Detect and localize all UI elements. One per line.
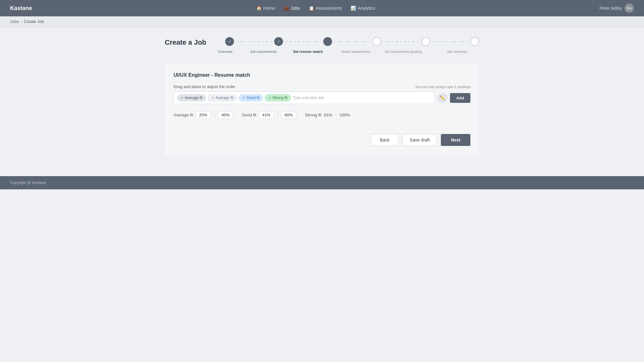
- breadcrumb-current: Create Job: [24, 19, 44, 24]
- analytics-icon: 📊: [351, 6, 356, 11]
- stepper-labels: Overview Job requirements Set resume mat…: [225, 48, 479, 53]
- jobs-icon: 💼: [284, 6, 289, 11]
- nav-home[interactable]: 🏠 Home: [256, 6, 275, 11]
- step-dots-3-4: [332, 41, 372, 42]
- section-title: UI/UX Engineer - Resume match: [174, 72, 470, 78]
- next-button[interactable]: Next: [441, 134, 470, 146]
- user-name: Peter Adley: [599, 6, 622, 11]
- step-circle-4: [372, 37, 381, 46]
- step-circle-5: [421, 37, 430, 46]
- step-circle-3: [323, 37, 332, 46]
- fit-from-good[interactable]: 41%: [259, 111, 274, 119]
- step-dots-2-3: [283, 41, 323, 42]
- step-circle-2: ✓: [274, 37, 283, 46]
- nav-assessments[interactable]: 📋 Assessments: [309, 6, 342, 11]
- tag-average-fit-gray[interactable]: ✕ Average fit: [177, 94, 206, 101]
- user-section: Peter Adley PA: [599, 3, 634, 13]
- footer: Copyright @ Kastane: [0, 176, 644, 189]
- nav-jobs[interactable]: 💼 Jobs: [284, 6, 300, 11]
- tag-good-fit[interactable]: ✕ Good fit: [239, 94, 263, 101]
- brand-logo: Kastane: [10, 5, 32, 12]
- fit-label-average: Average fit: [174, 113, 193, 117]
- navbar: Kastane 🏠 Home 💼 Jobs 📋 Assessments 📊 An…: [0, 0, 644, 16]
- tag-x-1[interactable]: ✕: [180, 96, 183, 100]
- nav-links: 🏠 Home 💼 Jobs 📋 Assessments 📊 Analytics: [256, 6, 375, 11]
- tag-x-2[interactable]: ✕: [211, 96, 214, 100]
- breadcrumb-separator: ›: [20, 19, 22, 24]
- drag-label: Drag and place to adjust the order: [174, 84, 236, 89]
- stepper-circles: ✓ ✓: [225, 37, 479, 46]
- tag-x-4[interactable]: ✕: [268, 96, 271, 100]
- step-label-3: Set resume match: [293, 50, 323, 53]
- step-label-1: Overview: [218, 50, 232, 53]
- tag-strong-fit[interactable]: ✕ Strong fit: [265, 94, 291, 101]
- nav-analytics[interactable]: 📊 Analytics: [351, 6, 375, 11]
- limit-note: You can only assign upto 5 gradings: [415, 85, 470, 89]
- form-card: UI/UX Engineer - Resume match Drag and p…: [165, 64, 479, 157]
- breadcrumb-parent[interactable]: Jobs: [10, 19, 19, 24]
- stepper: ✓ ✓: [225, 37, 479, 53]
- assessments-icon: 📋: [309, 6, 314, 11]
- pencil-icon: ✏️: [440, 95, 445, 100]
- tags-input-row: ✕ Average fit ✕ Average fit ✕ Good fit ✕…: [174, 92, 470, 104]
- step-circle-1: ✓: [225, 37, 234, 46]
- home-icon: 🏠: [256, 6, 262, 11]
- add-button[interactable]: Add: [450, 93, 470, 103]
- page-title: Create a Job: [165, 37, 206, 47]
- step-circle-6: [470, 37, 479, 46]
- step-label-5: Set assessment grading: [385, 50, 422, 53]
- fit-from-strong: 81%: [324, 113, 332, 117]
- save-draft-button[interactable]: Save draft: [402, 134, 437, 146]
- step-dots-4-5: [381, 41, 421, 42]
- breadcrumb: Jobs › Create Job: [0, 16, 644, 27]
- step-label-2: Job requirements: [250, 50, 277, 53]
- fit-range-strong: Strong fit 81% ·· 100%: [305, 113, 350, 117]
- back-button[interactable]: Back: [371, 134, 399, 146]
- step-label-6: Job summary: [447, 50, 468, 53]
- fit-label-strong: Strong fit: [305, 113, 321, 117]
- tags-box[interactable]: ✕ Average fit ✕ Average fit ✕ Good fit ✕…: [174, 92, 435, 104]
- step-dots-5-6: [430, 41, 470, 42]
- fit-range-average: Average fit 20% ·· 40%: [174, 111, 233, 119]
- range-sep-3: ··: [335, 113, 337, 117]
- fit-to-strong: 100%: [339, 113, 350, 117]
- edit-icon-button[interactable]: ✏️: [437, 93, 447, 103]
- fit-from-average[interactable]: 20%: [196, 111, 211, 119]
- stepper-header: Create a Job ✓ ✓: [165, 37, 479, 53]
- avatar: PA: [625, 3, 634, 13]
- range-sep-1: ··: [213, 113, 215, 117]
- tag-average-fit-light[interactable]: ✕ Average fit: [208, 94, 237, 101]
- range-sep-2: ··: [276, 113, 279, 117]
- fit-to-good[interactable]: 80%: [281, 111, 296, 119]
- action-row: Back Save draft Next: [174, 134, 470, 146]
- step-label-4: Select assesments: [341, 50, 370, 53]
- fit-ranges: Average fit 20% ·· 40% Good fit 41% ·· 8…: [174, 111, 470, 119]
- main-content: Create a Job ✓ ✓: [158, 27, 486, 176]
- fit-label-good: Good fit: [242, 113, 256, 117]
- step-dots-1-2: [234, 41, 274, 42]
- footer-text: Copyright @ Kastane: [10, 181, 46, 185]
- fit-to-average[interactable]: 40%: [218, 111, 233, 119]
- fit-range-good: Good fit 41% ·· 80%: [242, 111, 296, 119]
- drag-label-row: Drag and place to adjust the order You c…: [174, 84, 470, 89]
- tag-input[interactable]: [293, 96, 340, 100]
- tag-x-3[interactable]: ✕: [242, 96, 245, 100]
